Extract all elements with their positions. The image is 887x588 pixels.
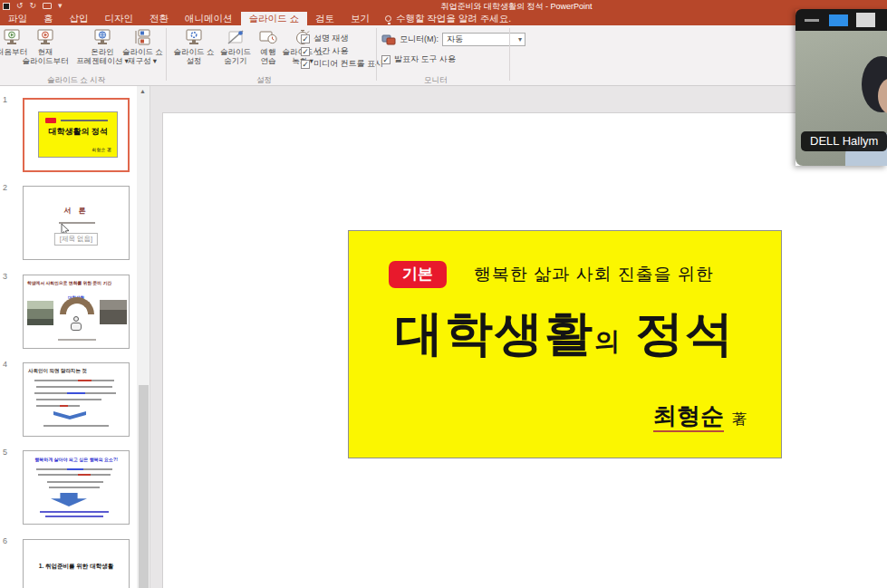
hide-slash-icon xyxy=(225,28,246,46)
tab-slide-show[interactable]: 슬라이드 쇼 xyxy=(241,12,307,25)
empty-title-placeholder: [제목 없음] xyxy=(54,233,98,246)
slide-thumbnail-panel: 1 대학생활의 정석 최형순 著 2 서 론 [제목 없음] 3 학생에서 사회… xyxy=(0,86,150,588)
mini-banner: 대학생활의 정석 최형순 著 xyxy=(38,111,118,158)
group-divider xyxy=(509,28,510,81)
save-icon[interactable] xyxy=(3,3,10,10)
tab-transitions[interactable]: 전환 xyxy=(141,12,177,25)
tiny-text-line xyxy=(36,468,112,470)
tiny-text-line xyxy=(38,474,111,476)
monitor-select-value: 자동 xyxy=(447,34,463,43)
group-label-monitors: 모니터 xyxy=(424,75,448,86)
lightbulb-icon xyxy=(385,15,391,22)
cartoon-figure xyxy=(73,316,79,322)
checkbox-icon xyxy=(301,60,310,69)
checkbox-icon xyxy=(381,55,390,64)
webcam-titlebar xyxy=(795,9,887,31)
mini-tagline-line xyxy=(61,120,108,121)
tell-me-box[interactable]: 수행할 작업을 알려 주세요. xyxy=(378,12,518,25)
slide-thumbnail-3[interactable]: 학생에서 사회인으로 변화를 위한 준비 기간 대학생활 xyxy=(23,275,130,349)
slide-main-title: 대학생활의 정석 xyxy=(349,302,781,367)
redo-icon[interactable]: ↻ xyxy=(30,2,37,10)
photo-right xyxy=(100,300,127,324)
tiny-text-line xyxy=(34,380,114,381)
ribbon-tab-row: 파일 홈 삽입 디자인 전환 애니메이션 슬라이드 쇼 검토 보기 수행할 작업… xyxy=(0,12,887,25)
slide-thumbnail-5[interactable]: 행복하게 살아야 되고 싶은 행복의 요소?! xyxy=(23,450,130,525)
undo-icon[interactable]: ↺ xyxy=(16,2,24,10)
author-name: 최형순 xyxy=(653,403,724,432)
tab-home[interactable]: 홈 xyxy=(35,12,62,25)
down-arrow-shape xyxy=(53,411,86,419)
play-narrations-checkbox[interactable]: 설명 재생 xyxy=(301,33,349,44)
slide-tagline: 행복한 삶과 사회 진출을 위한 xyxy=(474,263,714,286)
thumbnail-scrollbar[interactable]: ▲ xyxy=(137,86,150,588)
banner-top-row: 기본 행복한 삶과 사회 진출을 위한 xyxy=(389,261,714,288)
webcam-blue-button[interactable] xyxy=(829,14,848,26)
rehearse-clock-icon xyxy=(257,28,279,46)
tab-insert[interactable]: 삽입 xyxy=(62,12,97,25)
use-timings-checkbox[interactable]: 시간 사용 xyxy=(301,45,349,57)
tiny-text-line xyxy=(40,511,109,513)
scrollbar-thumb[interactable] xyxy=(139,385,149,588)
monitor-dropdown-label: 모니터(M): xyxy=(400,34,439,45)
title-banner-shape[interactable]: 기본 행복한 삶과 사회 진출을 위한 대학생활의 정석 최형순著 xyxy=(348,230,782,458)
slide-thumbnail-6[interactable]: 1. 취업준비를 위한 대학생활 xyxy=(23,539,130,588)
custom-slide-show-button[interactable]: 슬라이드 쇼 재구성 ▾ xyxy=(122,28,162,81)
slideshow-icon[interactable] xyxy=(43,3,52,9)
quick-access-toolbar: ↺ ↻ ▾ xyxy=(3,1,63,11)
chevron-down-icon: ▾ xyxy=(518,34,522,45)
monitor-setup-icon xyxy=(183,28,205,46)
ribbon: 처음부터 현재 슬라이드부터 온라인 프레젠테이션 ▾ xyxy=(0,25,887,86)
monitor-select[interactable]: 자동 ▾ xyxy=(442,33,525,46)
slides-stack-icon xyxy=(131,28,153,46)
group-label-start-slide-show: 슬라이드 쇼 시작 xyxy=(47,75,105,86)
slide-thumbnail-4[interactable]: 사회인이 되면 달라지는 것 xyxy=(23,362,130,437)
from-current-slide-button[interactable]: 현재 슬라이드부터 xyxy=(20,28,71,81)
tiny-text-line xyxy=(36,386,112,388)
show-media-controls-checkbox[interactable]: 미디어 컨트롤 표시 xyxy=(301,58,383,70)
participant-name-badge: DELL Hallym xyxy=(801,131,887,151)
tab-file[interactable]: 파일 xyxy=(0,12,35,25)
tiny-text-line xyxy=(58,339,96,341)
tiny-text-line xyxy=(49,487,100,488)
monitor-play-icon xyxy=(34,28,56,46)
monitor-globe-icon xyxy=(92,28,113,46)
monitor-icon xyxy=(381,34,396,45)
monitor-dropdown-row: 모니터(M): 자동 ▾ xyxy=(381,33,525,46)
editing-area: 기본 행복한 삶과 사회 진출을 위한 대학생활의 정석 최형순著 xyxy=(150,86,887,588)
tab-review[interactable]: 검토 xyxy=(307,12,342,25)
photo-left xyxy=(27,301,53,325)
scroll-up-icon[interactable]: ▲ xyxy=(140,88,146,94)
checkbox-icon xyxy=(301,47,310,56)
tab-view[interactable]: 보기 xyxy=(342,12,378,25)
basic-badge: 기본 xyxy=(389,261,447,288)
use-presenter-view-checkbox[interactable]: 발표자 도구 사용 xyxy=(381,53,456,65)
tab-animations[interactable]: 애니메이션 xyxy=(177,12,241,25)
slide-thumbnail-1[interactable]: 대학생활의 정석 최형순 著 xyxy=(23,98,130,172)
slide-number: 1 xyxy=(3,95,7,104)
group-divider xyxy=(166,28,167,81)
slide-canvas[interactable]: 기본 행복한 삶과 사회 진출을 위한 대학생활의 정석 최형순著 xyxy=(162,112,887,588)
tiny-text-line xyxy=(36,399,101,400)
cartoon-figure xyxy=(71,323,82,331)
hide-slide-button[interactable]: 슬라이드 숨기기 xyxy=(216,28,255,81)
group-divider xyxy=(376,28,377,81)
author-line: 최형순著 xyxy=(653,400,747,432)
present-online-button[interactable]: 온라인 프레젠테이션 ▾ xyxy=(76,28,129,81)
webcam-overlay-window[interactable]: DELL Hallym xyxy=(795,9,887,166)
slide-thumbnail-2[interactable]: 서 론 [제목 없음] xyxy=(23,186,130,260)
set-up-slide-show-button[interactable]: 슬라이드 쇼 설정 xyxy=(170,28,217,81)
author-suffix: 著 xyxy=(732,411,747,427)
tiny-text-line xyxy=(47,481,103,483)
webcam-video-feed: DELL Hallym xyxy=(795,31,887,166)
slide-number: 5 xyxy=(3,448,7,457)
checkbox-icon xyxy=(301,34,310,43)
slide-number: 3 xyxy=(3,272,7,281)
customize-caret-icon[interactable]: ▾ xyxy=(58,2,63,10)
slide-number: 2 xyxy=(3,183,7,192)
powerpoint-window: ↺ ↻ ▾ 취업준비와 대학생활의 정석 - PowerPoint 파일 홈 삽… xyxy=(0,0,887,588)
webcam-white-button[interactable] xyxy=(856,13,875,27)
group-label-set-up: 설정 xyxy=(256,75,272,86)
minimize-icon[interactable] xyxy=(805,19,819,22)
tiny-text-line xyxy=(45,516,103,517)
tab-design[interactable]: 디자인 xyxy=(97,12,142,25)
